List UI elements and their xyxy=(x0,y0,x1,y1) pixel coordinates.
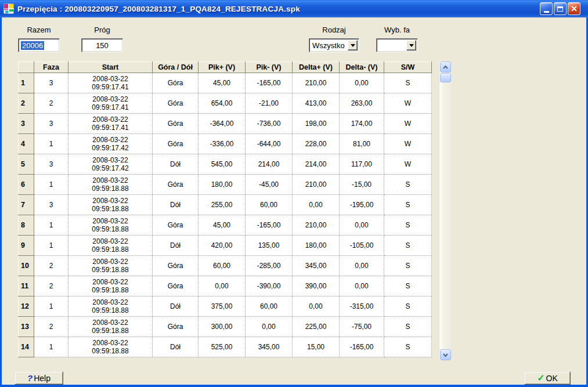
table-row[interactable]: 1022008-03-2209:59:18.88Góra60,00-285,00… xyxy=(19,256,432,276)
cell-delta-minus[interactable]: -105,00 xyxy=(340,236,384,256)
cell-pik-plus[interactable]: 180,00 xyxy=(199,175,246,195)
table-row[interactable]: 332008-03-2209:59:17.41Góra-364,00-736,0… xyxy=(19,114,432,134)
ok-button[interactable]: ✓OK xyxy=(524,371,571,385)
cell-pik-minus[interactable]: 60,00 xyxy=(246,195,293,215)
cell-faza[interactable]: 2 xyxy=(34,317,68,337)
cell-delta-plus[interactable]: 198,00 xyxy=(293,114,340,134)
cell-pik-minus[interactable]: -736,00 xyxy=(246,114,293,134)
rodzaj-dropdown-button[interactable] xyxy=(348,40,358,50)
cell-pik-minus[interactable]: 60,00 xyxy=(246,296,293,317)
cell-pik-plus[interactable]: 255,00 xyxy=(199,195,246,215)
cell-faza[interactable]: 1 xyxy=(34,236,68,256)
cell-faza[interactable]: 2 xyxy=(34,256,68,276)
razem-field[interactable]: 20006 xyxy=(18,38,60,52)
scrollbar-thumb[interactable] xyxy=(440,73,451,82)
cell-gora-dol[interactable]: Góra xyxy=(153,114,199,134)
table-row[interactable]: 1212008-03-2209:59:18.88Dół375,0060,000,… xyxy=(19,296,432,317)
cell-start[interactable]: 2008-03-2209:59:18.88 xyxy=(68,276,153,296)
cell-sw[interactable]: W xyxy=(384,114,432,134)
cell-delta-minus[interactable]: 0,00 xyxy=(340,73,384,93)
table-row[interactable]: 532008-03-2209:59:17.42Dół545,00214,0021… xyxy=(19,154,432,175)
cell-delta-plus[interactable]: 210,00 xyxy=(293,215,340,236)
table-row[interactable]: 132008-03-2209:59:17.41Góra45,00-165,002… xyxy=(19,73,432,93)
cell-pik-minus[interactable]: 345,00 xyxy=(246,337,293,357)
minimize-button[interactable] xyxy=(540,2,553,15)
cell-faza[interactable]: 2 xyxy=(34,276,68,296)
rodzaj-dropdown[interactable]: Wszystko xyxy=(309,38,359,52)
cell-pik-plus[interactable]: 45,00 xyxy=(199,215,246,236)
cell-sw[interactable]: S xyxy=(384,337,432,357)
cell-sw[interactable]: S xyxy=(384,256,432,276)
cell-sw[interactable]: S xyxy=(384,195,432,215)
cell-gora-dol[interactable]: Góra xyxy=(153,93,199,114)
cell-delta-plus[interactable]: 0,00 xyxy=(293,296,340,317)
cell-pik-plus[interactable]: 545,00 xyxy=(199,154,246,175)
titlebar[interactable]: Przepięcia : 200803220957_200803281317_1… xyxy=(0,0,588,17)
row-number[interactable]: 4 xyxy=(19,134,34,154)
cell-pik-minus[interactable]: 0,00 xyxy=(246,317,293,337)
cell-gora-dol[interactable]: Góra xyxy=(153,215,199,236)
cell-pik-minus[interactable]: -45,00 xyxy=(246,175,293,195)
cell-delta-plus[interactable]: 0,00 xyxy=(293,195,340,215)
cell-gora-dol[interactable]: Dół xyxy=(153,154,199,175)
cell-delta-plus[interactable]: 210,00 xyxy=(293,175,340,195)
cell-start[interactable]: 2008-03-2209:59:18.88 xyxy=(68,256,153,276)
cell-faza[interactable]: 3 xyxy=(34,73,68,93)
cell-delta-minus[interactable]: -15,00 xyxy=(340,175,384,195)
cell-pik-plus[interactable]: 525,00 xyxy=(199,337,246,357)
cell-sw[interactable]: S xyxy=(384,175,432,195)
table-row[interactable]: 812008-03-2209:59:18.88Góra45,00-165,002… xyxy=(19,215,432,236)
cell-sw[interactable]: W xyxy=(384,93,432,114)
table-row[interactable]: 912008-03-2209:59:18.88Dół420,00135,0018… xyxy=(19,236,432,256)
cell-faza[interactable]: 1 xyxy=(34,134,68,154)
wyb-fa-dropdown-button[interactable] xyxy=(406,40,416,50)
cell-pik-plus[interactable]: 300,00 xyxy=(199,317,246,337)
cell-delta-minus[interactable]: 0,00 xyxy=(340,276,384,296)
cell-faza[interactable]: 1 xyxy=(34,175,68,195)
cell-faza[interactable]: 1 xyxy=(34,215,68,236)
cell-start[interactable]: 2008-03-2209:59:17.41 xyxy=(68,114,153,134)
scroll-up-button[interactable] xyxy=(440,62,451,73)
cell-delta-minus[interactable]: 0,00 xyxy=(340,215,384,236)
cell-pik-plus[interactable]: 45,00 xyxy=(199,73,246,93)
cell-sw[interactable]: S xyxy=(384,215,432,236)
cell-pik-plus[interactable]: 420,00 xyxy=(199,236,246,256)
row-number[interactable]: 2 xyxy=(19,93,34,114)
cell-pik-minus[interactable]: 135,00 xyxy=(246,236,293,256)
cell-delta-minus[interactable]: -315,00 xyxy=(340,296,384,317)
table-row[interactable]: 1322008-03-2209:59:18.88Góra300,000,0022… xyxy=(19,317,432,337)
cell-pik-plus[interactable]: 0,00 xyxy=(199,276,246,296)
cell-pik-plus[interactable]: 60,00 xyxy=(199,256,246,276)
cell-pik-plus[interactable]: -336,00 xyxy=(199,134,246,154)
cell-sw[interactable]: S xyxy=(384,276,432,296)
wyb-fa-dropdown[interactable] xyxy=(376,38,418,52)
cell-pik-plus[interactable]: -364,00 xyxy=(199,114,246,134)
prog-field[interactable]: 150 xyxy=(81,38,123,52)
cell-faza[interactable]: 1 xyxy=(34,337,68,357)
cell-delta-plus[interactable]: 413,00 xyxy=(293,93,340,114)
table-row[interactable]: 732008-03-2209:59:18.88Dół255,0060,000,0… xyxy=(19,195,432,215)
row-number[interactable]: 10 xyxy=(19,256,34,276)
cell-pik-minus[interactable]: -165,00 xyxy=(246,215,293,236)
row-number[interactable]: 1 xyxy=(19,73,34,93)
row-number[interactable]: 7 xyxy=(19,195,34,215)
row-number[interactable]: 12 xyxy=(19,296,34,317)
cell-sw[interactable]: S xyxy=(384,236,432,256)
cell-start[interactable]: 2008-03-2209:59:18.88 xyxy=(68,317,153,337)
close-button[interactable]: ✕ xyxy=(568,2,580,15)
row-number[interactable]: 3 xyxy=(19,114,34,134)
cell-start[interactable]: 2008-03-2209:59:18.88 xyxy=(68,215,153,236)
cell-delta-minus[interactable]: -165,00 xyxy=(340,337,384,357)
row-number[interactable]: 9 xyxy=(19,236,34,256)
cell-delta-plus[interactable]: 345,00 xyxy=(293,256,340,276)
help-button[interactable]: ?Help xyxy=(15,371,63,385)
cell-start[interactable]: 2008-03-2209:59:18.88 xyxy=(68,175,153,195)
row-number[interactable]: 13 xyxy=(19,317,34,337)
cell-delta-plus[interactable]: 180,00 xyxy=(293,236,340,256)
cell-start[interactable]: 2008-03-2209:59:17.41 xyxy=(68,93,153,114)
cell-faza[interactable]: 3 xyxy=(34,114,68,134)
cell-pik-minus[interactable]: 214,00 xyxy=(246,154,293,175)
cell-sw[interactable]: S xyxy=(384,296,432,317)
cell-gora-dol[interactable]: Góra xyxy=(153,317,199,337)
cell-start[interactable]: 2008-03-2209:59:17.41 xyxy=(68,73,153,93)
